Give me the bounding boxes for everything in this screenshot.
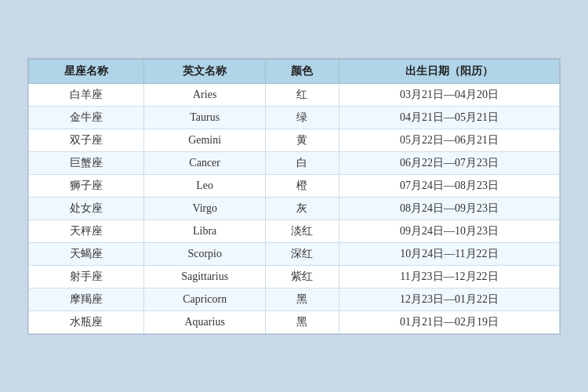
table-row: 双子座Gemini黄05月22日—06月21日 <box>29 129 560 151</box>
cell-chinese-name: 天蝎座 <box>29 242 144 265</box>
cell-english-name: Sagittarius <box>144 265 266 288</box>
cell-chinese-name: 天秤座 <box>29 220 144 242</box>
cell-chinese-name: 水瓶座 <box>29 310 144 333</box>
cell-dates: 03月21日—04月20日 <box>339 83 559 106</box>
cell-chinese-name: 处女座 <box>29 197 144 220</box>
header-chinese-name: 星座名称 <box>29 59 144 83</box>
cell-chinese-name: 摩羯座 <box>29 288 144 310</box>
cell-english-name: Gemini <box>144 129 266 151</box>
cell-english-name: Virgo <box>144 197 266 220</box>
table-row: 射手座Sagittarius紫红11月23日—12月22日 <box>29 265 560 288</box>
cell-color: 黄 <box>266 129 339 151</box>
cell-chinese-name: 双子座 <box>29 129 144 151</box>
cell-english-name: Libra <box>144 220 266 242</box>
table-row: 水瓶座Aquarius黑01月21日—02月19日 <box>29 310 560 333</box>
zodiac-table: 星座名称 英文名称 颜色 出生日期（阳历） 白羊座Aries红03月21日—04… <box>28 59 560 334</box>
cell-dates: 05月22日—06月21日 <box>339 129 559 151</box>
table-header-row: 星座名称 英文名称 颜色 出生日期（阳历） <box>29 59 560 83</box>
table-row: 白羊座Aries红03月21日—04月20日 <box>29 83 560 106</box>
table-body: 白羊座Aries红03月21日—04月20日金牛座Taurus绿04月21日—0… <box>29 83 560 333</box>
table-row: 狮子座Leo橙07月24日—08月23日 <box>29 174 560 197</box>
cell-chinese-name: 巨蟹座 <box>29 151 144 174</box>
cell-english-name: Aries <box>144 83 266 106</box>
cell-color: 红 <box>266 83 339 106</box>
cell-color: 橙 <box>266 174 339 197</box>
header-english-name: 英文名称 <box>144 59 266 83</box>
cell-dates: 08月24日—09月23日 <box>339 197 559 220</box>
table-row: 巨蟹座Cancer白06月22日—07月23日 <box>29 151 560 174</box>
cell-color: 绿 <box>266 106 339 129</box>
cell-color: 淡红 <box>266 220 339 242</box>
cell-english-name: Aquarius <box>144 310 266 333</box>
header-color: 颜色 <box>266 59 339 83</box>
cell-color: 深红 <box>266 242 339 265</box>
cell-chinese-name: 金牛座 <box>29 106 144 129</box>
zodiac-table-container: 星座名称 英文名称 颜色 出生日期（阳历） 白羊座Aries红03月21日—04… <box>27 58 561 335</box>
cell-dates: 01月21日—02月19日 <box>339 310 559 333</box>
cell-color: 灰 <box>266 197 339 220</box>
cell-color: 白 <box>266 151 339 174</box>
cell-dates: 11月23日—12月22日 <box>339 265 559 288</box>
cell-dates: 07月24日—08月23日 <box>339 174 559 197</box>
cell-color: 紫红 <box>266 265 339 288</box>
cell-chinese-name: 狮子座 <box>29 174 144 197</box>
table-row: 天秤座Libra淡红09月24日—10月23日 <box>29 220 560 242</box>
cell-chinese-name: 射手座 <box>29 265 144 288</box>
table-row: 处女座Virgo灰08月24日—09月23日 <box>29 197 560 220</box>
cell-dates: 10月24日—11月22日 <box>339 242 559 265</box>
table-row: 摩羯座Capricorn黑12月23日—01月22日 <box>29 288 560 310</box>
cell-english-name: Scorpio <box>144 242 266 265</box>
cell-color: 黑 <box>266 288 339 310</box>
cell-english-name: Capricorn <box>144 288 266 310</box>
cell-english-name: Taurus <box>144 106 266 129</box>
cell-dates: 12月23日—01月22日 <box>339 288 559 310</box>
cell-english-name: Cancer <box>144 151 266 174</box>
cell-color: 黑 <box>266 310 339 333</box>
cell-english-name: Leo <box>144 174 266 197</box>
cell-dates: 04月21日—05月21日 <box>339 106 559 129</box>
cell-dates: 06月22日—07月23日 <box>339 151 559 174</box>
table-row: 天蝎座Scorpio深红10月24日—11月22日 <box>29 242 560 265</box>
cell-dates: 09月24日—10月23日 <box>339 220 559 242</box>
cell-chinese-name: 白羊座 <box>29 83 144 106</box>
header-dates: 出生日期（阳历） <box>339 59 559 83</box>
table-row: 金牛座Taurus绿04月21日—05月21日 <box>29 106 560 129</box>
